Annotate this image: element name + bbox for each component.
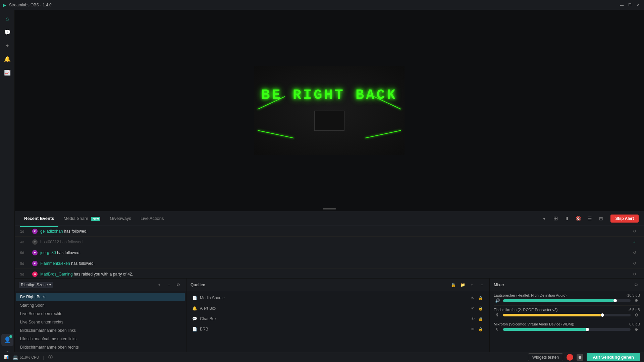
- sidebar-item-alerts[interactable]: 🔔: [1, 53, 13, 65]
- source-controls: 👁 🔒: [469, 326, 484, 333]
- replay-btn[interactable]: ↺: [631, 270, 639, 278]
- mixer-item-header: Lautsprecher (Realtek High Definition Au…: [494, 293, 640, 297]
- mixer-mute-voicemod-btn[interactable]: 🎙: [494, 326, 501, 333]
- scene-item-bildschirm-unten-links[interactable]: bildschirmaufnahme unten links: [16, 335, 185, 343]
- mixer-track-voicemod[interactable]: [503, 328, 631, 331]
- scene-item-brb[interactable]: Be Right Back: [16, 293, 185, 301]
- skip-alert-btn[interactable]: Skip Alert: [610, 215, 639, 223]
- filter-dropdown-btn[interactable]: ▾: [539, 214, 549, 223]
- scene-item-live-oben-rechts[interactable]: Live Scene oben rechts: [16, 310, 185, 318]
- scenes-add-btn[interactable]: +: [155, 281, 163, 289]
- live-actions-label: Live Actions: [141, 216, 164, 221]
- mixer-track-speaker[interactable]: [503, 299, 631, 302]
- mixer-settings-btn[interactable]: ⚙: [632, 281, 640, 289]
- mixer-thumb-mic[interactable]: [601, 313, 604, 317]
- mixer-settings-speaker-btn[interactable]: ⚙: [633, 297, 640, 304]
- done-btn[interactable]: ✓: [631, 238, 639, 246]
- source-eye-btn[interactable]: 👁: [469, 326, 476, 333]
- scenes-settings-btn[interactable]: ⚙: [174, 281, 182, 289]
- alert-source-icon: 🔔: [192, 306, 197, 311]
- event-user-link[interactable]: host00312: [40, 240, 59, 244]
- event-row: 9d ⚔ MadBros_Gaming has raided you with …: [15, 269, 644, 278]
- event-time: 9d: [20, 251, 32, 255]
- go-live-btn[interactable]: Auf Sendung gehen: [587, 353, 640, 361]
- event-row: 9d ♥ joerg_80 has followed. ↺: [15, 247, 644, 258]
- list-view-btn[interactable]: ☰: [585, 214, 594, 223]
- source-name-brb: BRB: [200, 327, 469, 331]
- sources-more-btn[interactable]: ⋯: [477, 281, 485, 289]
- mixer-thumb-voicemod[interactable]: [586, 328, 589, 331]
- sidebar-item-chat[interactable]: 💬: [1, 26, 13, 38]
- scene-item-bildschirm-oben-links[interactable]: Bildschirmaufnahme oben links: [16, 326, 185, 335]
- sources-lock-btn[interactable]: 🔒: [449, 281, 457, 289]
- pause-btn[interactable]: ⏸: [562, 214, 572, 223]
- scene-item-bildschirm-oben-rechts[interactable]: Bildschirmaufnahme oben rechts: [16, 343, 185, 351]
- mixer-thumb-speaker[interactable]: [613, 299, 617, 302]
- sources-add-btn[interactable]: +: [468, 281, 476, 289]
- scene-item-starting-soon[interactable]: Starting Soon: [16, 301, 185, 309]
- source-item-chat[interactable]: 💬 Chat Box 👁 🔒: [188, 314, 488, 324]
- mixer-settings-mic-btn[interactable]: ⚙: [633, 311, 640, 319]
- recent-events-label: Recent Events: [24, 216, 54, 221]
- tab-live-actions[interactable]: Live Actions: [137, 215, 168, 222]
- source-lock-btn[interactable]: 🔒: [477, 326, 484, 333]
- source-eye-btn[interactable]: 👁: [469, 315, 476, 322]
- source-lock-btn[interactable]: 🔒: [477, 315, 484, 322]
- sidebar-item-tools[interactable]: ✦: [1, 40, 13, 52]
- replay-btn[interactable]: ↺: [631, 259, 639, 267]
- mixer-settings-voicemod-btn[interactable]: ⚙: [633, 326, 640, 333]
- scenes-remove-btn[interactable]: −: [165, 281, 173, 289]
- mixer-header: Mixer ⚙: [490, 279, 644, 291]
- mixer-item-header: Tischmikrofon (2- RODE Podcaster v2) -6.…: [494, 308, 640, 312]
- sources-header: Quellen 🔒 📁 + ⋯: [186, 279, 489, 291]
- record-btn[interactable]: ⏺: [577, 354, 583, 361]
- mixer-track-mic[interactable]: [503, 314, 631, 316]
- layout-btn[interactable]: ⊞: [551, 214, 560, 223]
- mixer-fill-mic: [503, 314, 602, 316]
- event-user-link[interactable]: MadBros_Gaming: [40, 272, 73, 277]
- scenes-dropdown[interactable]: Richtige Szene ▾: [19, 282, 53, 288]
- source-item-media[interactable]: 📄 Media Source 👁 🔒: [188, 293, 488, 303]
- mute-btn[interactable]: 🔇: [574, 214, 583, 223]
- statusbar-right: Widgets testen ⏺ Auf Sendung gehen: [528, 353, 640, 361]
- source-lock-btn[interactable]: 🔒: [477, 295, 484, 301]
- sidebar-item-home[interactable]: ⌂: [1, 13, 13, 25]
- widgets-test-btn[interactable]: Widgets testen: [528, 353, 563, 361]
- tab-recent-events[interactable]: Recent Events: [20, 215, 58, 222]
- tab-giveaways[interactable]: Giveaways: [106, 215, 135, 222]
- replay-btn[interactable]: ↺: [631, 249, 639, 257]
- sidebar-item-stats[interactable]: 📈: [1, 66, 13, 78]
- mixer-item-header: Mikrofon (Voicemod Virtual Audio Device …: [494, 322, 640, 326]
- source-eye-btn[interactable]: 👁: [469, 305, 476, 312]
- source-item-brb[interactable]: 📄 BRB 👁 🔒: [188, 324, 488, 334]
- replay-btn[interactable]: ↺: [631, 227, 639, 235]
- events-list: 1d ♥ geliadizohan has followed. ↺ 4d ♥ h…: [15, 226, 644, 278]
- event-row: 9d ♥ Flammenkueken has followed. ↺: [15, 258, 644, 269]
- sources-folder-btn[interactable]: 📁: [459, 281, 467, 289]
- sidebar-item-user[interactable]: 👤: [1, 334, 13, 346]
- mixer-mute-speaker-btn[interactable]: 🔊: [494, 297, 501, 304]
- event-user-link[interactable]: joerg_80: [40, 250, 56, 255]
- status-info[interactable]: ⓘ: [48, 354, 53, 360]
- event-row: 4d ♥ host00312 has followed. ✓: [15, 237, 644, 247]
- statusbar-divider: |: [43, 355, 44, 360]
- maximize-btn[interactable]: ☐: [627, 2, 633, 8]
- tab-media-share[interactable]: Media Share New: [60, 215, 105, 222]
- event-user-link[interactable]: Flammenkueken: [40, 261, 70, 266]
- minimize-btn[interactable]: —: [619, 2, 625, 8]
- event-user-link[interactable]: geliadizohan: [40, 229, 63, 234]
- sidebar: ⌂ 💬 ✦ 🔔 📈 👤 ⚙: [0, 10, 15, 362]
- source-eye-btn[interactable]: 👁: [469, 295, 476, 301]
- mixer-fill-voicemod: [503, 328, 587, 331]
- mixer-mute-mic-btn[interactable]: 🎙: [494, 311, 501, 319]
- source-item-alert[interactable]: 🔔 Alert Box 👁 🔒: [188, 303, 488, 313]
- mixer-item-mic: Tischmikrofon (2- RODE Podcaster v2) -6.…: [494, 308, 640, 318]
- mixer-bar-container: 🎙 ⚙: [494, 312, 640, 318]
- scene-item-live-unten-rechts[interactable]: Live Scene unten rechts: [16, 318, 185, 326]
- new-badge: New: [91, 217, 101, 221]
- source-lock-btn[interactable]: 🔒: [477, 305, 484, 312]
- close-btn[interactable]: ✕: [635, 2, 641, 8]
- grid-view-btn[interactable]: ⊟: [596, 214, 606, 223]
- cpu-icon: 💻: [15, 355, 18, 360]
- preview-drag-handle[interactable]: [323, 208, 336, 209]
